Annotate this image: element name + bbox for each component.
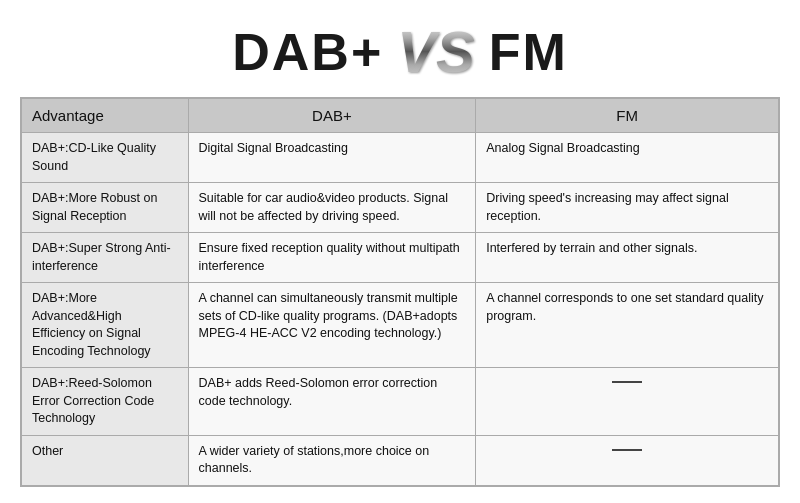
comparison-table-wrapper: Advantage DAB+ FM DAB+:CD-Like Quality S… xyxy=(20,97,780,487)
vs-label: VS xyxy=(393,18,478,85)
comparison-table: Advantage DAB+ FM DAB+:CD-Like Quality S… xyxy=(21,98,779,486)
cell-fm: Interfered by terrain and other signals. xyxy=(476,233,779,283)
col-header-dab: DAB+ xyxy=(188,99,476,133)
col-header-fm: FM xyxy=(476,99,779,133)
table-row: DAB+:Reed-Solomon Error Correction Code … xyxy=(22,368,779,436)
table-row: DAB+:CD-Like Quality SoundDigital Signal… xyxy=(22,133,779,183)
cell-dab: Digital Signal Broadcasting xyxy=(188,133,476,183)
cell-dab: Ensure fixed reception quality without m… xyxy=(188,233,476,283)
cell-advantage: Other xyxy=(22,435,189,485)
col-header-advantage: Advantage xyxy=(22,99,189,133)
table-row: DAB+:More Robust on Signal ReceptionSuit… xyxy=(22,183,779,233)
cell-advantage: DAB+:More Robust on Signal Reception xyxy=(22,183,189,233)
cell-advantage: DAB+:More Advanced&High Efficiency on Si… xyxy=(22,283,189,368)
cell-dab: A wider variety of stations,more choice … xyxy=(188,435,476,485)
header: DAB+ VS FM xyxy=(232,0,568,97)
dab-label: DAB+ xyxy=(232,22,383,82)
cell-fm: Driving speed's increasing may affect si… xyxy=(476,183,779,233)
table-row: DAB+:More Advanced&High Efficiency on Si… xyxy=(22,283,779,368)
cell-advantage: DAB+:Reed-Solomon Error Correction Code … xyxy=(22,368,189,436)
fm-label: FM xyxy=(489,22,568,82)
cell-fm xyxy=(476,368,779,436)
cell-fm: A channel corresponds to one set standar… xyxy=(476,283,779,368)
cell-dab: DAB+ adds Reed-Solomon error correction … xyxy=(188,368,476,436)
cell-fm: Analog Signal Broadcasting xyxy=(476,133,779,183)
table-row: OtherA wider variety of stations,more ch… xyxy=(22,435,779,485)
cell-dab: Suitable for car audio&video products. S… xyxy=(188,183,476,233)
cell-advantage: DAB+:Super Strong Anti-interference xyxy=(22,233,189,283)
cell-fm xyxy=(476,435,779,485)
table-header-row: Advantage DAB+ FM xyxy=(22,99,779,133)
cell-dab: A channel can simultaneously transmit mu… xyxy=(188,283,476,368)
cell-advantage: DAB+:CD-Like Quality Sound xyxy=(22,133,189,183)
table-row: DAB+:Super Strong Anti-interferenceEnsur… xyxy=(22,233,779,283)
